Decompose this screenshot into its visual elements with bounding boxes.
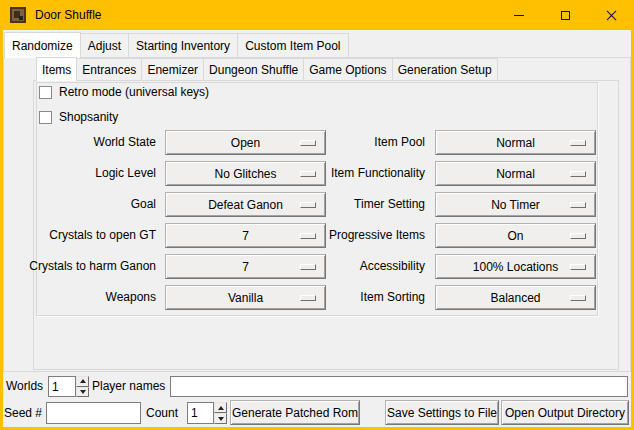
item-functionality-dropdown[interactable]: Normal bbox=[435, 161, 596, 186]
down-arrow-icon bbox=[218, 417, 224, 421]
down-arrow-icon bbox=[80, 390, 86, 394]
tab-custom-item-pool[interactable]: Custom Item Pool bbox=[237, 33, 348, 57]
shopsanity-checkbox[interactable] bbox=[39, 111, 52, 124]
tab-entrances-label: Entrances bbox=[82, 63, 136, 77]
title-bar: Door Shuffle bbox=[0, 0, 634, 30]
save-settings-button[interactable]: Save Settings to File bbox=[385, 400, 499, 425]
tab-items[interactable]: Items bbox=[36, 57, 77, 81]
up-arrow-icon bbox=[80, 379, 86, 383]
tab-game-options-label: Game Options bbox=[309, 63, 386, 77]
count-input[interactable] bbox=[187, 402, 214, 424]
count-spin-down-button[interactable] bbox=[214, 413, 227, 424]
tab-starting-inventory-label: Starting Inventory bbox=[136, 39, 230, 53]
count-label: Count bbox=[146, 402, 178, 424]
worlds-spin-down-button[interactable] bbox=[76, 387, 89, 398]
tab-adjust[interactable]: Adjust bbox=[80, 33, 129, 57]
count-spin-up-button[interactable] bbox=[214, 402, 227, 413]
timer-setting-label: Timer Setting bbox=[233, 192, 425, 217]
maximize-icon bbox=[561, 11, 570, 20]
player-names-input[interactable] bbox=[170, 376, 628, 397]
timer-setting-value: No Timer bbox=[491, 198, 540, 212]
tab-entrances[interactable]: Entrances bbox=[76, 58, 142, 80]
accessibility-dropdown[interactable]: 100% Locations bbox=[435, 254, 596, 279]
setting-row: Crystals to open GT 7 Progressive Items … bbox=[3, 223, 631, 248]
logic-level-label: Logic Level bbox=[3, 161, 156, 186]
weapons-label: Weapons bbox=[3, 285, 156, 310]
retro-mode-row: Retro mode (universal keys) bbox=[39, 85, 209, 99]
progressive-items-label: Progressive Items bbox=[233, 223, 425, 248]
item-sorting-dropdown[interactable]: Balanced bbox=[435, 285, 596, 310]
progressive-items-value: On bbox=[507, 229, 523, 243]
setting-row: Crystals to harm Ganon 7 Accessibility 1… bbox=[3, 254, 631, 279]
item-functionality-value: Normal bbox=[496, 167, 535, 181]
shopsanity-row: Shopsanity bbox=[39, 110, 118, 124]
tab-enemizer-label: Enemizer bbox=[147, 63, 198, 77]
worlds-spin-buttons bbox=[76, 376, 89, 397]
close-button[interactable] bbox=[588, 0, 634, 30]
dropdown-indicator-icon bbox=[570, 140, 586, 146]
close-icon bbox=[605, 9, 618, 22]
primary-tab-bar: Randomize Adjust Starting Inventory Cust… bbox=[4, 33, 349, 57]
open-output-directory-label: Open Output Directory bbox=[505, 406, 625, 420]
open-output-directory-button[interactable]: Open Output Directory bbox=[501, 400, 629, 425]
item-functionality-label: Item Functionality bbox=[233, 161, 425, 186]
count-spin-buttons bbox=[214, 402, 227, 424]
tab-starting-inventory[interactable]: Starting Inventory bbox=[128, 33, 238, 57]
tab-items-label: Items bbox=[42, 63, 71, 77]
generate-patched-rom-button[interactable]: Generate Patched Rom bbox=[230, 400, 360, 425]
tab-dungeon-shuffle[interactable]: Dungeon Shuffle bbox=[203, 58, 304, 80]
dropdown-indicator-icon bbox=[570, 171, 586, 177]
timer-setting-dropdown[interactable]: No Timer bbox=[435, 192, 596, 217]
setting-row: Goal Defeat Ganon Timer Setting No Timer bbox=[3, 192, 631, 217]
tab-game-options[interactable]: Game Options bbox=[303, 58, 392, 80]
up-arrow-icon bbox=[218, 406, 224, 410]
world-state-label: World State bbox=[3, 130, 156, 155]
dropdown-indicator-icon bbox=[570, 295, 586, 301]
tab-randomize[interactable]: Randomize bbox=[4, 32, 81, 58]
item-pool-label: Item Pool bbox=[233, 130, 425, 155]
accessibility-label: Accessibility bbox=[233, 254, 425, 279]
setting-row: World State Open Item Pool Normal bbox=[3, 130, 631, 155]
item-pool-dropdown[interactable]: Normal bbox=[435, 130, 596, 155]
retro-mode-label: Retro mode (universal keys) bbox=[59, 85, 209, 99]
goal-label: Goal bbox=[3, 192, 156, 217]
app-icon bbox=[10, 7, 26, 23]
secondary-tab-bar: Items Entrances Enemizer Dungeon Shuffle… bbox=[36, 58, 498, 80]
crystals-harm-ganon-label: Crystals to harm Ganon bbox=[3, 254, 156, 279]
seed-input[interactable] bbox=[46, 402, 141, 424]
count-spinbox bbox=[187, 402, 227, 424]
tab-generation-setup[interactable]: Generation Setup bbox=[392, 58, 498, 80]
accessibility-value: 100% Locations bbox=[473, 260, 558, 274]
shopsanity-label: Shopsanity bbox=[59, 110, 118, 124]
app-icon-knob bbox=[19, 16, 23, 20]
minimize-button[interactable] bbox=[496, 0, 542, 30]
setting-row: Weapons Vanilla Item Sorting Balanced bbox=[3, 285, 631, 310]
player-names-label: Player names bbox=[92, 376, 165, 397]
maximize-button[interactable] bbox=[542, 0, 588, 30]
worlds-spinbox bbox=[48, 376, 89, 397]
tab-enemizer[interactable]: Enemizer bbox=[141, 58, 204, 80]
window-title: Door Shuffle bbox=[35, 0, 102, 30]
tab-randomize-label: Randomize bbox=[12, 39, 73, 53]
generate-patched-rom-label: Generate Patched Rom bbox=[232, 406, 358, 420]
dropdown-indicator-icon bbox=[570, 202, 586, 208]
crystals-open-gt-label: Crystals to open GT bbox=[3, 223, 156, 248]
window-content: Randomize Adjust Starting Inventory Cust… bbox=[3, 30, 631, 427]
item-pool-value: Normal bbox=[496, 136, 535, 150]
retro-mode-checkbox[interactable] bbox=[39, 86, 52, 99]
progressive-items-dropdown[interactable]: On bbox=[435, 223, 596, 248]
worlds-input[interactable] bbox=[48, 376, 76, 397]
worlds-label: Worlds bbox=[6, 376, 43, 397]
setting-row: Logic Level No Glitches Item Functionali… bbox=[3, 161, 631, 186]
tab-generation-setup-label: Generation Setup bbox=[398, 63, 492, 77]
item-sorting-label: Item Sorting bbox=[233, 285, 425, 310]
minimize-icon bbox=[514, 15, 524, 16]
save-settings-label: Save Settings to File bbox=[387, 406, 497, 420]
app-window: Door Shuffle Randomize Adjust Starting I… bbox=[0, 0, 634, 430]
seed-label: Seed # bbox=[4, 402, 42, 424]
worlds-spin-up-button[interactable] bbox=[76, 376, 89, 387]
dropdown-indicator-icon bbox=[570, 264, 586, 270]
tab-dungeon-shuffle-label: Dungeon Shuffle bbox=[209, 63, 298, 77]
tab-adjust-label: Adjust bbox=[88, 39, 121, 53]
item-sorting-value: Balanced bbox=[490, 291, 540, 305]
